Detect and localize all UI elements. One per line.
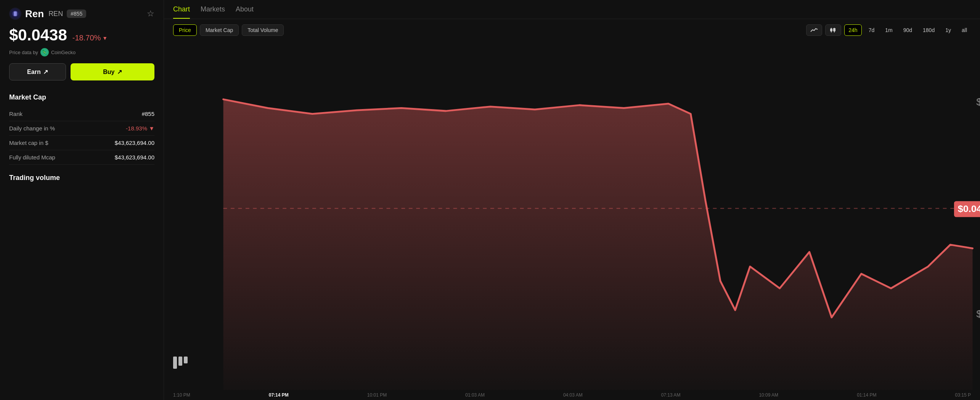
change-arrow: ▼ — [102, 35, 108, 41]
svg-rect-15 — [184, 357, 188, 363]
stat-value: -18.93% ▼ — [87, 121, 154, 136]
data-source: Price data by 🦎 CoinGecko — [9, 48, 154, 56]
trading-volume-title: Trading volume — [9, 174, 154, 182]
svg-rect-6 — [834, 29, 835, 31]
stat-value: $43,623,694.00 — [87, 136, 154, 150]
tradingview-logo — [173, 357, 190, 371]
tab-about[interactable]: About — [236, 5, 254, 19]
time-label-6: 10:09 AM — [759, 392, 778, 398]
earn-button[interactable]: Earn ↗ — [9, 63, 66, 80]
favorite-button[interactable]: ☆ — [147, 9, 154, 19]
time-1m[interactable]: 1m — [881, 25, 896, 35]
time-180d[interactable]: 180d — [919, 25, 938, 35]
sidebar: Ren REN #855 ☆ $0.0438 -18.70% ▼ Price d… — [0, 0, 164, 400]
stat-label: Market cap in $ — [9, 136, 87, 150]
time-label-5: 07:13 AM — [661, 392, 681, 398]
filter-price[interactable]: Price — [173, 24, 197, 36]
price-value: $0.0438 — [9, 26, 67, 44]
price-row: $0.0438 -18.70% ▼ — [9, 26, 154, 44]
stat-value: #855 — [87, 107, 154, 121]
tab-markets[interactable]: Markets — [201, 5, 225, 19]
chart-type-line[interactable] — [806, 24, 822, 36]
stat-label: Fully diluted Mcap — [9, 150, 87, 165]
stat-value: $43,623,694.00 — [87, 150, 154, 165]
market-cap-title: Market Cap — [9, 93, 154, 101]
filter-total-volume[interactable]: Total Volume — [242, 24, 284, 36]
time-label-3: 01:03 AM — [465, 392, 485, 398]
buy-icon: ↗ — [117, 68, 122, 76]
price-change: -18.70% ▼ — [72, 34, 108, 42]
earn-icon: ↗ — [43, 68, 48, 76]
svg-rect-14 — [178, 357, 182, 366]
coin-rank: #855 — [67, 10, 86, 18]
filter-market-cap[interactable]: Market Cap — [200, 24, 239, 36]
time-label-4: 04:03 AM — [563, 392, 583, 398]
svg-rect-4 — [831, 29, 832, 31]
table-row: Daily change in %-18.93% ▼ — [9, 121, 154, 136]
svg-text:$0.05: $0.05 — [976, 96, 980, 108]
time-all[interactable]: all — [958, 25, 971, 35]
time-label-7: 01:14 PM — [857, 392, 876, 398]
time-label-8: 03:15 P — [955, 392, 971, 398]
coin-header: Ren REN #855 ☆ — [9, 8, 154, 20]
tabs-bar: Chart Markets About — [164, 0, 980, 19]
svg-rect-13 — [173, 357, 177, 369]
svg-text:$0.044: $0.044 — [958, 203, 980, 214]
chart-controls: Price Market Cap Total Volume 24h 7d 1m … — [164, 19, 980, 41]
coingecko-logo: 🦎 — [40, 48, 49, 56]
coin-symbol: REN — [48, 10, 63, 18]
table-row: Fully diluted Mcap$43,623,694.00 — [9, 150, 154, 165]
chart-area: $0.05 $0.044 $0.04 — [164, 41, 980, 390]
stat-label: Daily change in % — [9, 121, 87, 136]
time-label-2: 10:01 PM — [367, 392, 387, 398]
stat-label: Rank — [9, 107, 87, 121]
price-chart-svg: $0.05 $0.044 $0.04 — [164, 41, 980, 390]
time-label-1: 07:14 PM — [269, 392, 289, 398]
time-label-0: 1:10 PM — [173, 392, 190, 398]
action-buttons: Earn ↗ Buy ↗ — [9, 63, 154, 80]
time-90d[interactable]: 90d — [900, 25, 916, 35]
coin-name: Ren — [25, 8, 44, 20]
table-row: Market cap in $$43,623,694.00 — [9, 136, 154, 150]
coin-logo — [9, 8, 21, 20]
time-7d[interactable]: 7d — [865, 25, 879, 35]
table-row: Rank#855 — [9, 107, 154, 121]
chart-type-candle[interactable] — [825, 24, 841, 36]
main-content: Chart Markets About Price Market Cap Tot… — [164, 0, 980, 400]
buy-button[interactable]: Buy ↗ — [71, 63, 154, 80]
svg-rect-2 — [14, 11, 17, 16]
tab-chart[interactable]: Chart — [173, 5, 190, 19]
time-axis: 1:10 PM 07:14 PM 10:01 PM 01:03 AM 04:03… — [164, 390, 980, 400]
time-24h[interactable]: 24h — [844, 24, 861, 36]
svg-text:$0.04: $0.04 — [976, 308, 980, 320]
stats-table: Rank#855Daily change in %-18.93% ▼Market… — [9, 107, 154, 165]
time-1y[interactable]: 1y — [941, 25, 955, 35]
svg-marker-7 — [223, 100, 973, 390]
